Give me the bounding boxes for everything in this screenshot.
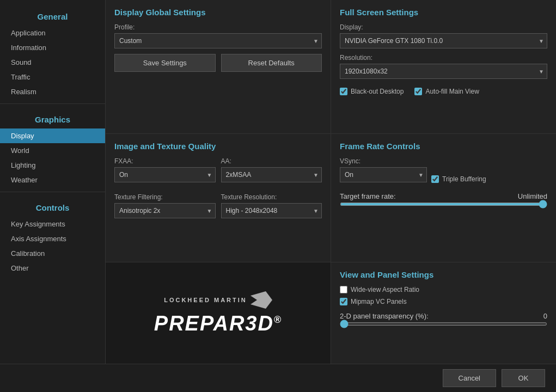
fxaa-field: FXAA: On Off ▼ [114,157,216,188]
target-frame-rate-row: Target frame rate: Unlimited [340,192,547,206]
profile-select-wrapper: Custom Default High Performance Quality … [114,33,322,48]
lockheed-company-text: LOCKHEED MARTIN [164,297,247,303]
content-area: Display Global Settings Profile: Custom … [106,0,556,364]
sidebar-item-world[interactable]: World [0,143,105,158]
mipmap-label: Mipmap VC Panels [351,298,407,305]
image-texture-fields: FXAA: On Off ▼ AA: 2xMSAA 4xMSAA [114,157,322,224]
bottom-bar: Cancel OK [0,364,556,392]
aa-select[interactable]: 2xMSAA 4xMSAA 8xMSAA Off [221,167,322,182]
texture-resolution-field: Texture Resolution: High - 2048x2048 Med… [221,193,322,224]
sidebar-item-application[interactable]: Application [0,26,105,40]
fxaa-select-wrapper: On Off ▼ [114,167,216,182]
sidebar-item-key-assignments[interactable]: Key Assignments [0,217,105,231]
autofill-checkbox[interactable] [414,88,422,95]
sidebar-item-other[interactable]: Other [0,261,105,275]
prepar3d-text: PREPAR3D® [154,312,282,335]
wide-view-checkbox[interactable] [340,286,347,293]
sidebar: General Application Information Sound Tr… [0,0,106,364]
texture-filtering-field: Texture Filtering: Anisotropic 2x Anisot… [114,193,216,224]
sidebar-item-realism[interactable]: Realism [0,84,105,99]
frame-rate-panel: Frame Rate Controls VSync: On Off ▼ Trip… [331,134,556,262]
wide-view-row: Wide-view Aspect Ratio [340,286,547,293]
transparency-label: 2-D panel transparency (%): [340,312,429,320]
registered-mark: ® [274,314,282,325]
sidebar-item-weather[interactable]: Weather [0,173,105,187]
triple-buffering-label: Triple Buffering [442,175,486,183]
reset-defaults-button[interactable]: Reset Defaults [221,54,322,72]
fxaa-select[interactable]: On Off [114,167,216,182]
fullscreen-panel: Full Screen Settings Display: NVIDIA GeF… [331,0,556,133]
lockheed-panel: LOCKHEED MARTIN PREPAR3D® [106,262,331,364]
display-select[interactable]: NVIDIA GeForce GTX 1080 Ti.0.0 [340,33,547,48]
mipmap-row: Mipmap VC Panels [340,298,547,305]
blackout-checkbox[interactable] [340,88,347,95]
image-texture-title: Image and Texture Quality [114,142,322,151]
triple-buffering-row: Triple Buffering [431,175,486,183]
display-global-panel: Display Global Settings Profile: Custom … [106,0,331,133]
texture-filtering-select-wrapper: Anisotropic 2x Anisotropic 4x Anisotropi… [114,203,216,218]
sidebar-item-axis-assignments[interactable]: Axis Assignments [0,231,105,246]
sidebar-item-traffic[interactable]: Traffic [0,70,105,84]
sidebar-item-sound[interactable]: Sound [0,55,105,70]
profile-select[interactable]: Custom Default High Performance Quality [114,33,322,48]
display-select-wrapper: NVIDIA GeForce GTX 1080 Ti.0.0 ▼ [340,33,547,48]
sidebar-item-lighting[interactable]: Lighting [0,158,105,173]
resolution-label: Resolution: [340,54,547,62]
graphics-section-title: Graphics [0,108,105,128]
texture-filtering-label: Texture Filtering: [114,193,216,201]
target-frame-rate-slider[interactable] [340,203,547,206]
target-frame-rate-value: Unlimited [518,192,547,200]
view-panel: View and Panel Settings Wide-view Aspect… [331,262,556,364]
blackout-row: Black-out Desktop [340,88,404,95]
vsync-select-wrapper: On Off ▼ [340,167,427,182]
texture-resolution-select[interactable]: High - 2048x2048 Medium - 1024x1024 Low … [221,203,322,218]
frame-rate-title: Frame Rate Controls [340,142,547,151]
aa-select-wrapper: 2xMSAA 4xMSAA 8xMSAA Off ▼ [221,167,322,182]
wide-view-label: Wide-view Aspect Ratio [351,286,419,293]
aa-label: AA: [221,157,322,165]
vsync-label: VSync: [340,157,547,165]
mipmap-checkbox[interactable] [340,298,347,305]
aa-field: AA: 2xMSAA 4xMSAA 8xMSAA Off ▼ [221,157,322,188]
blackout-label: Black-out Desktop [351,88,404,95]
vsync-select[interactable]: On Off [340,167,427,182]
fxaa-label: FXAA: [114,157,216,165]
image-texture-panel: Image and Texture Quality FXAA: On Off ▼… [106,134,331,262]
save-settings-button[interactable]: Save Settings [114,54,216,72]
settings-btn-row: Save Settings Reset Defaults [114,54,322,72]
svg-marker-0 [250,291,272,309]
sidebar-divider-2 [0,192,105,192]
texture-resolution-label: Texture Resolution: [221,193,322,201]
vsync-row: On Off ▼ Triple Buffering [340,167,547,188]
texture-resolution-select-wrapper: High - 2048x2048 Medium - 1024x1024 Low … [221,203,322,218]
sidebar-item-display[interactable]: Display [0,128,105,143]
ok-button[interactable]: OK [502,369,545,387]
general-section-title: General [0,5,105,26]
texture-filtering-select[interactable]: Anisotropic 2x Anisotropic 4x Anisotropi… [114,203,216,218]
fullscreen-title: Full Screen Settings [340,8,547,17]
display-global-title: Display Global Settings [114,8,322,17]
profile-label: Profile: [114,23,322,31]
resolution-select[interactable]: 1920x1080x32 1920x1080x16 1280x720x32 [340,64,547,79]
autofill-row: Auto-fill Main View [414,88,479,95]
transparency-value: 0 [543,312,547,320]
transparency-row: 2-D panel transparency (%): 0 [340,312,547,326]
autofill-label: Auto-fill Main View [425,88,479,95]
display-label: Display: [340,23,547,31]
sidebar-divider-1 [0,103,105,104]
view-panel-title: View and Panel Settings [340,270,547,279]
transparency-label-row: 2-D panel transparency (%): 0 [340,312,547,320]
cancel-button[interactable]: Cancel [443,369,496,387]
sidebar-item-calibration[interactable]: Calibration [0,246,105,261]
resolution-select-wrapper: 1920x1080x32 1920x1080x16 1280x720x32 ▼ [340,64,547,79]
transparency-slider[interactable] [340,322,547,326]
lockheed-logo: LOCKHEED MARTIN PREPAR3D® [154,291,282,335]
triple-buffering-checkbox[interactable] [431,175,439,183]
target-label-row: Target frame rate: Unlimited [340,192,547,200]
sidebar-item-information[interactable]: Information [0,40,105,55]
controls-section-title: Controls [0,197,105,217]
target-frame-rate-label: Target frame rate: [340,192,396,200]
lockheed-arrow-icon [250,291,272,309]
